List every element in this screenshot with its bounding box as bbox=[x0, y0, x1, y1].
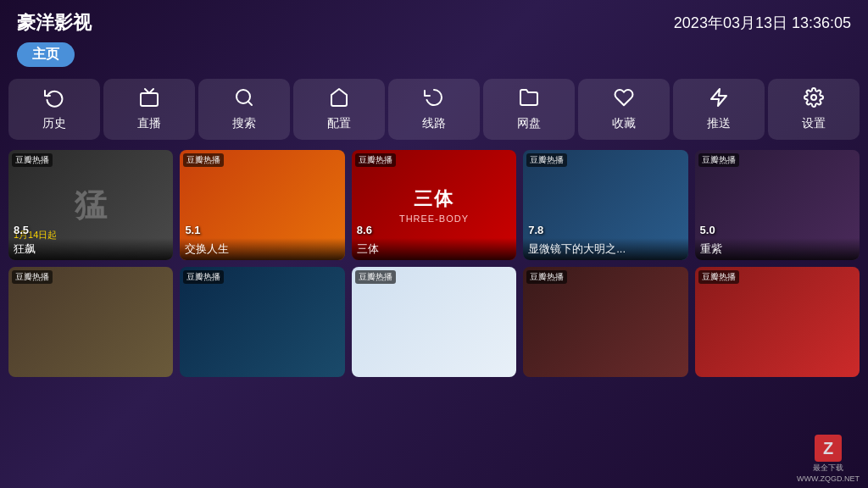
favorite-label: 收藏 bbox=[612, 116, 636, 131]
search-label: 搜索 bbox=[232, 116, 256, 131]
movie-score-4: 7.8 bbox=[528, 224, 543, 236]
cloud-label: 网盘 bbox=[517, 116, 541, 131]
movie-card-8[interactable]: 豆瓣热播 bbox=[352, 267, 516, 377]
svg-point-4 bbox=[811, 95, 816, 100]
movie-card-3[interactable]: 三体 THREE-BODY 豆瓣热播 8.6 三体 bbox=[352, 150, 516, 260]
movie-card-inner-3: 三体 THREE-BODY 豆瓣热播 8.6 三体 bbox=[352, 150, 516, 260]
movie-tag-9: 豆瓣热播 bbox=[526, 270, 567, 284]
menu-item-push[interactable]: 推送 bbox=[673, 79, 765, 140]
movie-tag-4: 豆瓣热播 bbox=[526, 153, 567, 167]
movie-title-3: 三体 bbox=[352, 238, 516, 260]
search-icon bbox=[234, 87, 254, 111]
movie-title-5: 重紫 bbox=[695, 238, 860, 260]
app-title: 豪洋影视 bbox=[17, 10, 92, 36]
movie-tag-8: 豆瓣热播 bbox=[355, 270, 396, 284]
movies-row1: 猛 1月14日起 豆瓣热播 8.5 狂飙 豆瓣热播 5.1 交换人生 bbox=[8, 150, 860, 260]
movie-tag-3: 豆瓣热播 bbox=[355, 153, 396, 167]
svg-line-2 bbox=[248, 102, 252, 105]
menu-item-settings[interactable]: 设置 bbox=[768, 79, 860, 140]
movies-row2: 豆瓣热播 豆瓣热播 豆瓣热播 bbox=[8, 267, 860, 377]
movie-card-6[interactable]: 豆瓣热播 bbox=[8, 267, 173, 377]
history-icon bbox=[44, 87, 64, 111]
movie-card-1[interactable]: 猛 1月14日起 豆瓣热播 8.5 狂飙 bbox=[8, 150, 173, 260]
header: 豪洋影视 2023年03月13日 13:36:05 bbox=[0, 0, 868, 42]
movie-card-inner-6: 豆瓣热播 bbox=[8, 267, 173, 377]
movie-card-2[interactable]: 豆瓣热播 5.1 交换人生 bbox=[180, 150, 344, 260]
menu-item-search[interactable]: 搜索 bbox=[198, 79, 290, 140]
movie-tag-2: 豆瓣热播 bbox=[183, 153, 224, 167]
favorite-icon bbox=[614, 87, 634, 111]
config-icon bbox=[329, 87, 349, 111]
route-icon bbox=[424, 87, 444, 111]
movie-card-9[interactable]: 豆瓣热播 bbox=[523, 267, 687, 377]
movie-card-4[interactable]: 豆瓣热播 7.8 显微镜下的大明之... bbox=[523, 150, 687, 260]
settings-icon bbox=[804, 87, 824, 111]
svg-rect-0 bbox=[141, 93, 158, 106]
push-label: 推送 bbox=[707, 116, 731, 131]
movie-title-1: 狂飙 bbox=[8, 238, 173, 260]
menu-item-history[interactable]: 历史 bbox=[8, 79, 100, 140]
movie-tag-6: 豆瓣热播 bbox=[12, 270, 53, 284]
config-label: 配置 bbox=[327, 116, 351, 131]
movie-card-5[interactable]: 豆瓣热播 5.0 重紫 bbox=[695, 150, 860, 260]
menu-item-cloud[interactable]: 网盘 bbox=[483, 79, 575, 140]
menu-item-route[interactable]: 线路 bbox=[388, 79, 480, 140]
menu-item-favorite[interactable]: 收藏 bbox=[578, 79, 670, 140]
movie-score-3: 8.6 bbox=[357, 224, 372, 236]
movie-tag-10: 豆瓣热播 bbox=[698, 270, 739, 284]
movie-card-inner-10: 豆瓣热播 bbox=[695, 267, 860, 377]
datetime: 2023年03月13日 13:36:05 bbox=[674, 13, 851, 33]
nav-tabs: 主页 bbox=[0, 42, 868, 74]
route-label: 线路 bbox=[422, 116, 446, 131]
movie-tag-5: 豆瓣热播 bbox=[698, 153, 739, 167]
movie-score-2: 5.1 bbox=[185, 224, 200, 236]
live-label: 直播 bbox=[137, 116, 161, 131]
movie-tag-1: 豆瓣热播 bbox=[12, 153, 53, 167]
menu-item-config[interactable]: 配置 bbox=[293, 79, 385, 140]
svg-marker-3 bbox=[711, 89, 726, 106]
push-icon bbox=[709, 87, 729, 111]
watermark-line2: WWW.ZQGD.NET bbox=[797, 474, 860, 483]
movie-title-4: 显微镜下的大明之... bbox=[523, 238, 687, 260]
movie-card-10[interactable]: 豆瓣热播 bbox=[695, 267, 860, 377]
cloud-icon bbox=[519, 87, 539, 111]
movie-card-inner-4: 豆瓣热播 7.8 显微镜下的大明之... bbox=[523, 150, 687, 260]
movie-score-5: 5.0 bbox=[700, 224, 715, 236]
history-label: 历史 bbox=[42, 116, 66, 131]
movie-tag-7: 豆瓣热播 bbox=[183, 270, 224, 284]
content-section: 猛 1月14日起 豆瓣热播 8.5 狂飙 豆瓣热播 5.1 交换人生 bbox=[0, 145, 868, 377]
movie-card-inner-2: 豆瓣热播 5.1 交换人生 bbox=[180, 150, 344, 260]
menu-bar: 历史 直播 搜索 配置 线路 网盘 收藏 推送 设置 bbox=[0, 74, 868, 145]
movie-card-inner-1: 猛 1月14日起 豆瓣热播 8.5 狂飙 bbox=[8, 150, 173, 260]
movie-card-inner-7: 豆瓣热播 bbox=[180, 267, 344, 377]
movie-card-inner-9: 豆瓣热播 bbox=[523, 267, 687, 377]
movie-card-inner-8: 豆瓣热播 bbox=[352, 267, 516, 377]
watermark-z-icon: Z bbox=[815, 435, 842, 462]
live-icon bbox=[139, 87, 159, 111]
settings-label: 设置 bbox=[802, 116, 826, 131]
movie-card-7[interactable]: 豆瓣热播 bbox=[180, 267, 344, 377]
watermark-line1: 最全下载 bbox=[813, 463, 843, 474]
movie-card-inner-5: 豆瓣热播 5.0 重紫 bbox=[695, 150, 860, 260]
movie-score-1: 8.5 bbox=[14, 224, 29, 236]
watermark: Z 最全下载 WWW.ZQGD.NET bbox=[797, 435, 860, 483]
menu-item-live[interactable]: 直播 bbox=[103, 79, 195, 140]
movie-title-2: 交换人生 bbox=[180, 238, 344, 260]
tab-home[interactable]: 主页 bbox=[17, 42, 75, 67]
